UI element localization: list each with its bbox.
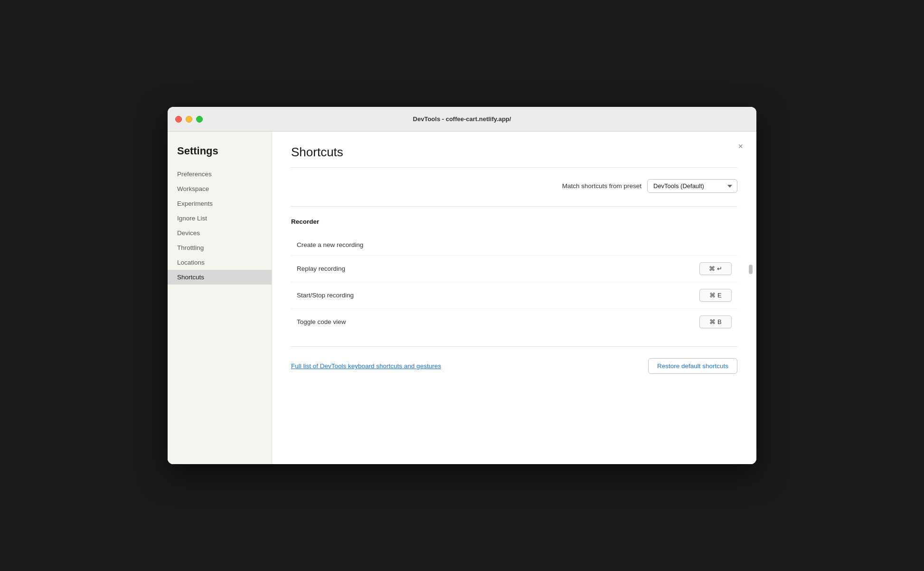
preset-row: Match shortcuts from preset DevTools (De…: [291, 179, 737, 193]
traffic-lights: [175, 116, 203, 123]
shortcut-key-replay[interactable]: ⌘ ↵: [699, 262, 732, 275]
window-body: Settings Preferences Workspace Experimen…: [168, 132, 756, 464]
full-list-link[interactable]: Full list of DevTools keyboard shortcuts…: [291, 362, 441, 370]
sidebar-item-shortcuts[interactable]: Shortcuts: [168, 270, 272, 285]
sidebar-item-ignore-list[interactable]: Ignore List: [168, 211, 272, 226]
bottom-divider: [291, 346, 737, 347]
shortcut-name-create: Create a new recording: [297, 241, 690, 248]
table-row: Replay recording ⌘ ↵: [291, 256, 737, 282]
shortcut-list: Create a new recording Replay recording …: [291, 235, 737, 335]
top-divider: [291, 167, 737, 168]
section-top-divider: [291, 206, 737, 207]
shortcut-key-start-stop[interactable]: ⌘ E: [699, 289, 732, 302]
shortcut-name-toggle-code: Toggle code view: [297, 318, 690, 325]
sidebar-item-experiments[interactable]: Experiments: [168, 196, 272, 211]
sidebar-item-preferences[interactable]: Preferences: [168, 167, 272, 181]
close-button-traffic[interactable]: [175, 116, 182, 123]
scrollbar-track[interactable]: [749, 265, 753, 274]
devtools-window: DevTools - coffee-cart.netlify.app/ Sett…: [168, 107, 756, 464]
sidebar-item-throttling[interactable]: Throttling: [168, 240, 272, 255]
window-title: DevTools - coffee-cart.netlify.app/: [413, 115, 511, 123]
restore-defaults-button[interactable]: Restore default shortcuts: [648, 358, 737, 374]
table-row: Create a new recording: [291, 235, 737, 256]
footer-row: Full list of DevTools keyboard shortcuts…: [291, 358, 737, 374]
preset-label: Match shortcuts from preset: [562, 182, 641, 190]
main-content: × Shortcuts Match shortcuts from preset …: [272, 132, 756, 464]
scrollbar-thumb[interactable]: [749, 265, 753, 274]
shortcut-key-toggle-code[interactable]: ⌘ B: [699, 315, 732, 328]
titlebar: DevTools - coffee-cart.netlify.app/: [168, 107, 756, 132]
recorder-section: Recorder Create a new recording Replay r…: [291, 206, 737, 335]
preset-select[interactable]: DevTools (Default) Visual Studio Code: [647, 179, 737, 193]
shortcut-name-start-stop: Start/Stop recording: [297, 292, 690, 299]
section-title: Recorder: [291, 218, 737, 225]
close-dialog-button[interactable]: ×: [734, 140, 747, 152]
page-title: Shortcuts: [291, 145, 737, 160]
settings-heading: Settings: [168, 145, 272, 167]
table-row: Toggle code view ⌘ B: [291, 309, 737, 335]
table-row: Start/Stop recording ⌘ E: [291, 282, 737, 309]
sidebar-item-locations[interactable]: Locations: [168, 255, 272, 270]
minimize-button-traffic[interactable]: [186, 116, 192, 123]
sidebar: Settings Preferences Workspace Experimen…: [168, 132, 272, 464]
sidebar-item-devices[interactable]: Devices: [168, 226, 272, 240]
shortcut-name-replay: Replay recording: [297, 265, 690, 272]
sidebar-item-workspace[interactable]: Workspace: [168, 181, 272, 196]
maximize-button-traffic[interactable]: [196, 116, 203, 123]
